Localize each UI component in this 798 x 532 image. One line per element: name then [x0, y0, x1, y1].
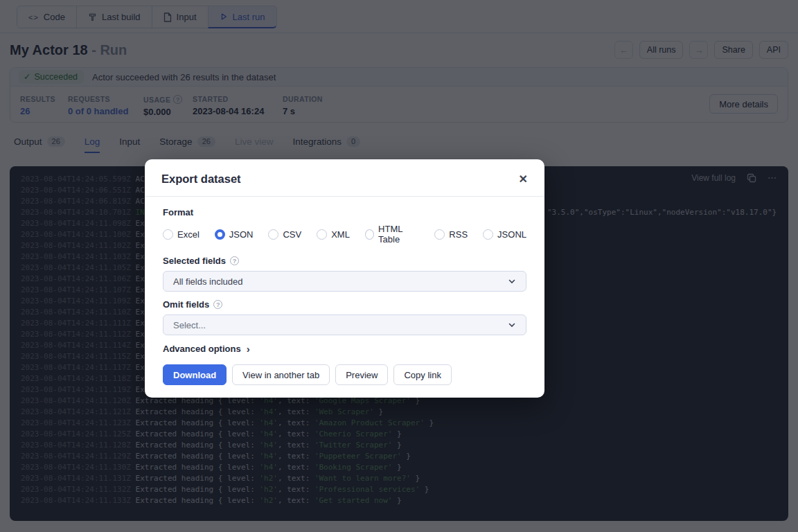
format-radio-rss[interactable]: RSS	[434, 224, 468, 245]
format-radio-jsonl[interactable]: JSONL	[483, 224, 526, 245]
radio-label: JSONL	[497, 229, 526, 240]
preview-button[interactable]: Preview	[335, 364, 388, 385]
format-radio-xml[interactable]: XML	[317, 224, 350, 245]
download-button[interactable]: Download	[163, 364, 227, 385]
export-dataset-modal: Export dataset ✕ Format ExcelJSONCSVXMLH…	[145, 159, 544, 398]
format-radio-group: ExcelJSONCSVXMLHTML TableRSSJSONL	[163, 224, 526, 245]
run-page: <>CodeLast buildInputLast run My Actor 1…	[0, 0, 798, 532]
modal-title: Export dataset	[161, 172, 241, 186]
modal-body: Format ExcelJSONCSVXMLHTML TableRSSJSONL…	[145, 197, 544, 398]
selected-fields-label: Selected fields ?	[163, 256, 526, 266]
radio-icon	[483, 229, 493, 240]
radio-label: JSON	[229, 229, 254, 240]
format-radio-csv[interactable]: CSV	[268, 224, 301, 245]
help-icon[interactable]: ?	[213, 300, 222, 309]
format-radio-json[interactable]: JSON	[215, 224, 254, 245]
format-radio-excel[interactable]: Excel	[163, 224, 200, 245]
radio-label: XML	[331, 229, 350, 240]
radio-label: RSS	[449, 229, 468, 240]
radio-icon	[268, 229, 278, 240]
omit-fields-label: Omit fields ?	[163, 299, 526, 310]
radio-icon	[434, 229, 445, 240]
omit-fields-select[interactable]: Select...	[163, 314, 526, 335]
modal-actions: Download View in another tab Preview Cop…	[163, 364, 526, 385]
copy-link-button[interactable]: Copy link	[393, 364, 451, 385]
chevron-right-icon: ›	[247, 343, 250, 355]
selected-fields-select[interactable]: All fields included	[163, 271, 526, 292]
selected-fields-label-text: Selected fields	[163, 256, 226, 266]
chevron-down-icon	[508, 321, 516, 329]
radio-icon	[215, 229, 225, 240]
close-icon[interactable]: ✕	[519, 172, 528, 186]
help-icon[interactable]: ?	[230, 256, 239, 265]
advanced-options-toggle[interactable]: Advanced options ›	[163, 343, 526, 355]
omit-fields-label-text: Omit fields	[163, 299, 209, 310]
modal-header: Export dataset ✕	[145, 159, 544, 197]
radio-icon	[365, 229, 374, 240]
chevron-down-icon	[508, 277, 516, 285]
radio-label: HTML Table	[378, 224, 419, 245]
selected-fields-value: All fields included	[173, 276, 242, 287]
format-label: Format	[163, 207, 526, 218]
radio-label: Excel	[177, 229, 200, 240]
radio-icon	[163, 229, 173, 240]
advanced-options-label: Advanced options	[163, 344, 241, 354]
omit-fields-value: Select...	[173, 320, 206, 330]
radio-icon	[317, 229, 327, 240]
radio-label: CSV	[283, 229, 301, 240]
view-in-another-tab-button[interactable]: View in another tab	[232, 364, 330, 385]
format-radio-html-table[interactable]: HTML Table	[365, 224, 419, 245]
